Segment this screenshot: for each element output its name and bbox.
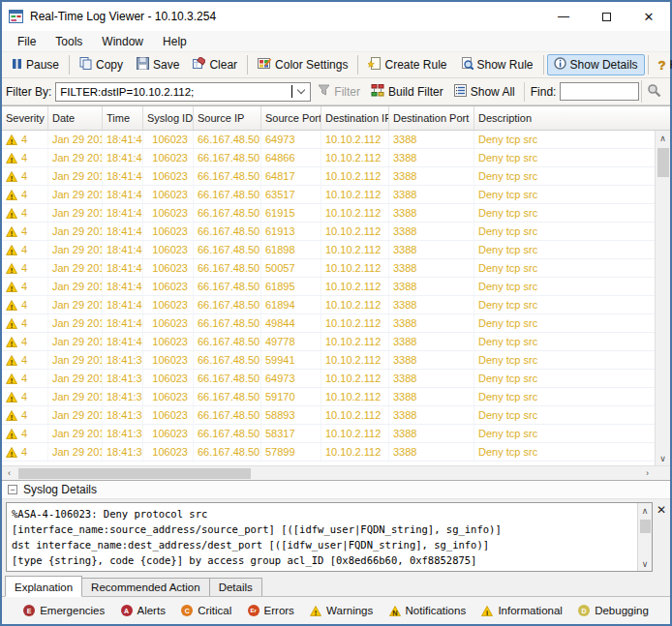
svg-text:!: !: [11, 155, 14, 163]
filter-combobox[interactable]: FILTER:dstIP=10.10.2.112;: [55, 82, 311, 102]
menu-tools[interactable]: Tools: [46, 31, 92, 51]
cell-syslog-id: 106023: [143, 443, 194, 461]
log-row[interactable]: !4Jan 29 201718:41:4010602366.167.48.506…: [2, 296, 655, 314]
cell-time: 18:41:44: [103, 167, 143, 185]
close-details-icon[interactable]: ✕: [657, 503, 666, 517]
log-row[interactable]: !4Jan 29 201718:41:3810602366.167.48.505…: [2, 351, 655, 370]
tab-explanation[interactable]: Explanation: [5, 576, 82, 597]
show-rule-button[interactable]: Show Rule: [454, 54, 540, 75]
log-row[interactable]: !4Jan 29 201718:41:3810602366.167.48.505…: [2, 388, 655, 406]
build-filter-button[interactable]: Build Filter: [367, 82, 447, 102]
tab-details[interactable]: Details: [210, 578, 262, 596]
log-row[interactable]: !4Jan 29 201718:41:3810602366.167.48.505…: [2, 406, 655, 425]
clear-button[interactable]: Clear: [186, 54, 244, 75]
column-header-destination-port[interactable]: Destination Port: [389, 106, 474, 130]
scroll-down-icon[interactable]: ∨: [638, 556, 652, 571]
tab-recommended-action[interactable]: Recommended Action: [82, 578, 210, 596]
log-row[interactable]: !4Jan 29 201718:41:4010602366.167.48.505…: [2, 259, 655, 278]
scroll-right-icon[interactable]: ›: [640, 468, 655, 478]
log-row[interactable]: !4Jan 29 201718:41:4310602366.167.48.506…: [2, 186, 655, 204]
show-all-button[interactable]: Show All: [450, 82, 519, 102]
log-row[interactable]: !4Jan 29 201718:41:4010602366.167.48.504…: [2, 333, 655, 351]
log-row[interactable]: !4Jan 29 201718:41:4210602366.167.48.506…: [2, 204, 655, 223]
log-row[interactable]: !4Jan 29 201718:41:3810602366.167.48.506…: [2, 370, 655, 388]
log-row[interactable]: !4Jan 29 201718:41:3810602366.167.48.505…: [2, 425, 655, 443]
close-button[interactable]: ✕: [627, 2, 670, 31]
cell-source-port: 58893: [261, 406, 321, 424]
vertical-scrollbar[interactable]: ∧ ∨: [655, 131, 670, 465]
cell-syslog-id: 106023: [143, 167, 194, 185]
scrollbar-thumb[interactable]: [640, 520, 651, 533]
column-header-date[interactable]: Date: [48, 106, 103, 130]
scrollbar-corner: [655, 466, 670, 480]
log-row[interactable]: !4Jan 29 201718:41:4410602366.167.48.506…: [2, 149, 655, 167]
find-input[interactable]: [560, 82, 639, 101]
title-bar[interactable]: Real-Time Log Viewer - 10.10.3.254 — ✕: [2, 2, 670, 31]
cell-source-port: 61898: [261, 241, 321, 258]
column-header-severity[interactable]: Severity: [2, 106, 48, 130]
notifications-icon: N: [389, 606, 401, 616]
svg-text:!: !: [11, 412, 14, 420]
cell-destination-ip: 10.10.2.112: [321, 186, 389, 203]
color-settings-button[interactable]: Color Settings: [251, 54, 354, 75]
create-rule-button[interactable]: Create Rule: [361, 54, 453, 75]
cell-destination-port: 3388: [389, 149, 474, 166]
help-button[interactable]: ? Help: [652, 55, 672, 75]
column-header-source-ip[interactable]: Source IP: [194, 106, 261, 130]
scroll-left-icon[interactable]: ‹: [2, 468, 16, 478]
column-header-destination-ip[interactable]: Destination IP: [321, 106, 389, 130]
scrollbar-thumb[interactable]: [18, 468, 251, 479]
scroll-up-icon[interactable]: ∧: [638, 503, 652, 518]
menu-help[interactable]: Help: [153, 31, 197, 51]
log-row[interactable]: !4Jan 29 201718:41:4010602366.167.48.504…: [2, 314, 655, 333]
errors-icon: Er: [248, 605, 260, 616]
scroll-down-icon[interactable]: ∨: [656, 451, 670, 465]
legend-label: Errors: [264, 605, 294, 616]
svg-text:!: !: [11, 136, 14, 144]
syslog-details-header[interactable]: − Syslog Details: [2, 481, 670, 499]
cell-severity: !4: [2, 167, 48, 185]
column-header-syslog-id[interactable]: Syslog ID: [143, 106, 194, 130]
scroll-up-icon[interactable]: ∧: [656, 131, 670, 145]
log-row[interactable]: !4Jan 29 201718:41:4010602366.167.48.506…: [2, 278, 655, 296]
cell-severity: !4: [2, 131, 48, 148]
log-row[interactable]: !4Jan 29 201718:41:3810602366.167.48.505…: [2, 443, 655, 462]
syslog-details-text[interactable]: %ASA-4-106023: Deny protocol src [interf…: [7, 503, 637, 571]
show-details-button[interactable]: Show Details: [547, 54, 645, 75]
text-caret: [291, 85, 292, 98]
detail-line: [type {string}, code {code}] by access g…: [12, 552, 632, 568]
svg-text:i: i: [486, 608, 488, 615]
log-row[interactable]: !4Jan 29 201718:41:4410602366.167.48.506…: [2, 131, 655, 149]
cell-description: Deny tcp src: [474, 149, 655, 166]
collapse-icon[interactable]: −: [8, 485, 17, 494]
maximize-button[interactable]: [585, 2, 627, 31]
cell-destination-ip: 10.10.2.112: [321, 278, 389, 295]
warning-icon: !: [6, 226, 17, 237]
log-row[interactable]: !4Jan 29 201718:41:4210602366.167.48.506…: [2, 223, 655, 241]
log-row[interactable]: !4Jan 29 201718:41:4410602366.167.48.506…: [2, 167, 655, 186]
scrollbar-thumb[interactable]: [657, 148, 669, 177]
menu-file[interactable]: File: [8, 31, 46, 51]
cell-source-ip: 66.167.48.50: [194, 223, 261, 240]
warning-icon: !: [6, 337, 17, 347]
cell-severity: !4: [2, 333, 48, 350]
copy-button[interactable]: Copy: [73, 54, 130, 75]
horizontal-scrollbar[interactable]: ‹ ›: [2, 465, 670, 480]
chevron-down-icon[interactable]: [297, 86, 305, 94]
legend-label: Notifications: [406, 605, 467, 616]
column-header-description[interactable]: Description: [474, 106, 670, 130]
details-scrollbar[interactable]: ∧ ∨: [637, 503, 652, 571]
log-row[interactable]: !4Jan 29 201718:41:4010602366.167.48.506…: [2, 241, 655, 259]
cell-source-port: 49844: [261, 314, 321, 332]
column-header-time[interactable]: Time: [103, 106, 143, 130]
search-button[interactable]: [641, 80, 666, 103]
save-button[interactable]: Save: [130, 54, 186, 75]
column-header-source-port[interactable]: Source Port: [261, 106, 321, 130]
filter-button[interactable]: Filter: [314, 82, 364, 101]
pause-button[interactable]: Pause: [5, 55, 66, 75]
minimize-button[interactable]: —: [542, 2, 585, 31]
cell-destination-ip: 10.10.2.112: [321, 296, 389, 313]
menu-window[interactable]: Window: [92, 31, 153, 51]
cell-severity: !4: [2, 406, 48, 424]
cell-date: Jan 29 2017: [48, 443, 103, 461]
